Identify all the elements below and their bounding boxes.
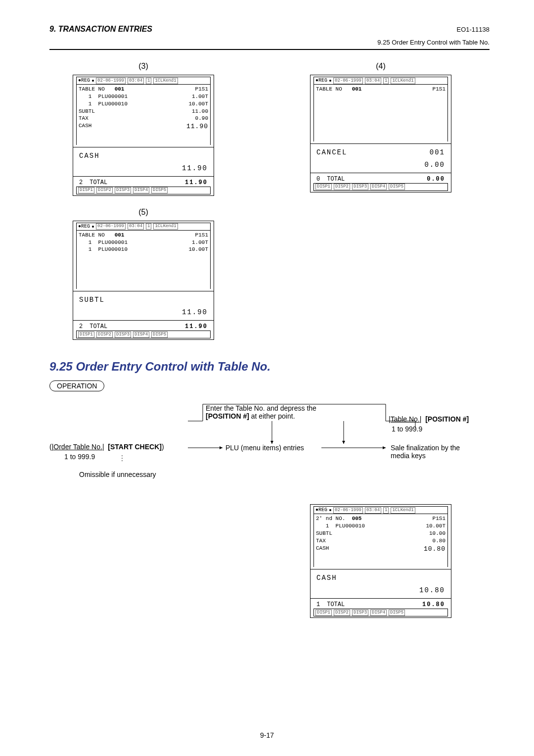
receipt-5: ●REG 02-06-1999 03:04 1 1CLKend1 TABLE N… [73,221,214,340]
subheader: 9.25 Order Entry Control with Table No. [49,39,490,46]
label-5: (5) [69,208,218,217]
label-4: (4) [307,62,455,71]
section-header: 9. TRANSACTION ENTRIES [49,25,152,34]
receipt-4: ●REG 02-06-1999 03:04 1 1CLKend1 TABLE N… [310,75,451,192]
receipt-top-bar: ●REG 02-06-1999 03:04 1 1CLKend1 [76,77,211,85]
page-number: 9-17 [0,731,534,739]
hr [49,49,490,50]
receipt-bottom-bar: DISP1 DISP2 DISP3 DISP4 DISP5 [76,187,211,194]
receipt-3: ●REG 02-06-1999 03:04 1 1CLKend1 TABLE N… [73,75,214,196]
operation-badge: OPERATION [49,380,104,391]
section-title: 9.25 Order Entry Control with Table No. [49,360,490,374]
flow-diagram: Enter the Table No. and depress the [POS… [49,400,490,499]
label-3: (3) [69,62,218,71]
receipt-6: ●REG 02-06-1999 03:04 1 1CLKend1 2' nd N… [310,504,451,618]
doc-code: EO1-11138 [457,26,490,33]
